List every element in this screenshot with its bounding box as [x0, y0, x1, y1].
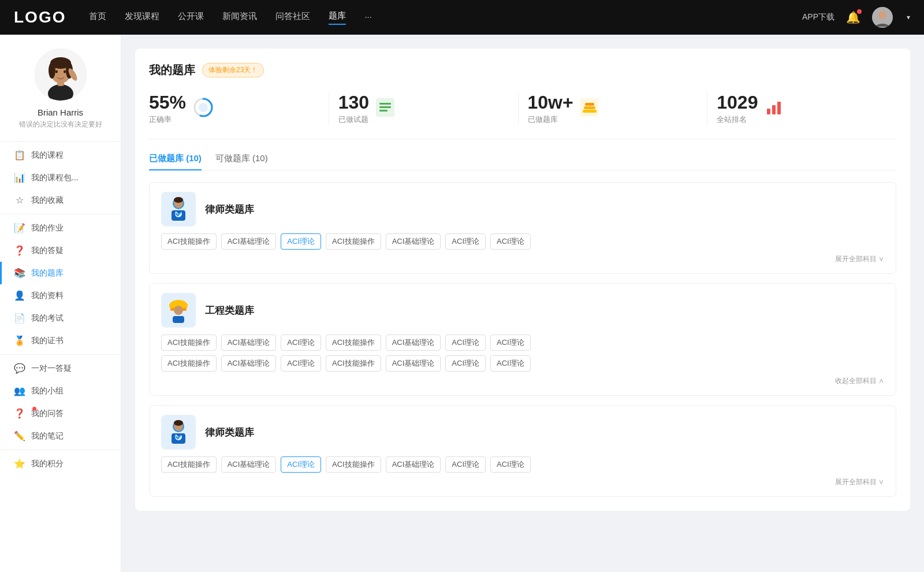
tag-3-3[interactable]: ACI技能操作	[326, 456, 381, 473]
stat-rank: 1029 全站排名	[707, 92, 896, 125]
expand-link-1[interactable]: 展开全部科目 ∨	[161, 254, 884, 264]
tag-2-4[interactable]: ACI基础理论	[386, 335, 441, 351]
stat-rank-text: 1029 全站排名	[717, 92, 758, 125]
tag-3-4[interactable]: ACI基础理论	[386, 456, 441, 473]
nav-more[interactable]: ···	[364, 12, 372, 24]
tag-2-5[interactable]: ACI理论	[445, 335, 486, 351]
certificates-label: 我的证书	[31, 336, 64, 346]
bank-title-3: 律师类题库	[205, 426, 254, 439]
svg-point-1	[878, 11, 886, 19]
nav-discover[interactable]: 发现课程	[125, 11, 159, 24]
tag-2-10[interactable]: ACI技能操作	[326, 355, 381, 372]
tag-3-0[interactable]: ACI技能操作	[161, 456, 217, 473]
sidebar-item-coursebundle[interactable]: 📊 我的课程包...	[0, 166, 121, 189]
notification-bell[interactable]: 🔔	[846, 10, 860, 24]
svg-point-10	[64, 70, 66, 73]
sidebar-item-points[interactable]: ⭐ 我的积分	[0, 452, 121, 475]
expand-link-3[interactable]: 展开全部科目 ∨	[161, 477, 884, 487]
divider-3	[0, 354, 121, 355]
svg-rect-17	[379, 106, 391, 108]
sidebar-item-questions[interactable]: ❓ 我的答疑	[0, 239, 121, 262]
chevron-down-icon[interactable]: ▾	[907, 13, 910, 21]
tag-2-6[interactable]: ACI理论	[490, 335, 531, 351]
tag-1-6[interactable]: ACI理论	[490, 233, 531, 250]
logo[interactable]: LOGO	[14, 8, 66, 27]
tab-available-banks[interactable]: 可做题库 (10)	[215, 153, 268, 170]
app-download-button[interactable]: APP下载	[802, 12, 834, 23]
tag-3-5[interactable]: ACI理论	[445, 456, 486, 473]
sidebar-motto: 错误的决定比没有决定要好	[12, 120, 109, 129]
tag-1-5[interactable]: ACI理论	[445, 233, 486, 250]
tutoring-icon: 💬	[14, 363, 25, 374]
sidebar-item-certificates[interactable]: 🏅 我的证书	[0, 329, 121, 352]
tags-row-3: ACI技能操作 ACI基础理论 ACI理论 ACI技能操作 ACI基础理论 AC…	[161, 456, 884, 473]
tutoring-label: 一对一答疑	[31, 363, 72, 374]
nav-home[interactable]: 首页	[89, 11, 106, 24]
tag-2-3[interactable]: ACI技能操作	[326, 335, 381, 351]
stat-rank-value: 1029	[717, 92, 758, 113]
stat-banks-text: 10w+ 已做题库	[528, 92, 573, 125]
tag-1-2[interactable]: ACI理论	[281, 233, 321, 250]
nav-question-bank[interactable]: 题库	[329, 10, 346, 25]
certificates-icon: 🏅	[14, 335, 25, 346]
tag-2-8[interactable]: ACI基础理论	[221, 355, 277, 372]
notification-dot	[857, 9, 862, 14]
sidebar-item-groups[interactable]: 👥 我的小组	[0, 380, 121, 402]
tag-2-12[interactable]: ACI理论	[445, 355, 486, 372]
stat-questions-label: 已做试题	[338, 114, 369, 125]
sidebar-item-myqa[interactable]: ❓ 我的问答	[0, 402, 121, 425]
svg-rect-18	[379, 110, 388, 112]
avatar-illustration	[35, 49, 87, 101]
groups-label: 我的小组	[31, 386, 64, 396]
sidebar-item-favorites[interactable]: ☆ 我的收藏	[0, 189, 121, 211]
tag-1-0[interactable]: ACI技能操作	[161, 233, 217, 250]
nav-news[interactable]: 新闻资讯	[222, 11, 257, 24]
stack-icon	[580, 98, 599, 119]
svg-point-39	[174, 420, 183, 426]
bank-item-header-2: 工程类题库	[161, 293, 884, 328]
sidebar-item-exams[interactable]: 📄 我的考试	[0, 307, 121, 329]
tag-3-2[interactable]: ACI理论	[281, 456, 321, 473]
tag-2-9[interactable]: ACI理论	[281, 355, 321, 372]
tag-2-11[interactable]: ACI基础理论	[386, 355, 441, 372]
tag-3-1[interactable]: ACI基础理论	[221, 456, 277, 473]
tag-3-6[interactable]: ACI理论	[490, 456, 531, 473]
engineer-icon	[167, 298, 190, 323]
nav-qa[interactable]: 问答社区	[275, 11, 310, 24]
tag-2-1[interactable]: ACI基础理论	[221, 335, 277, 351]
tag-1-4[interactable]: ACI基础理论	[386, 233, 441, 250]
tab-done-banks[interactable]: 已做题库 (10)	[149, 153, 202, 170]
bank-item-lawyer-2: 律师类题库 ACI技能操作 ACI基础理论 ACI理论 ACI技能操作 ACI基…	[149, 405, 896, 497]
sidebar-item-profile[interactable]: 👤 我的资料	[0, 284, 121, 307]
sidebar-item-mycourse[interactable]: 📋 我的课程	[0, 144, 121, 166]
nav-opencourse[interactable]: 公开课	[178, 11, 204, 24]
main-card: 我的题库 体验剩余23天！ 55% 正确率	[135, 49, 910, 511]
svg-point-33	[174, 306, 183, 315]
tag-1-1[interactable]: ACI基础理论	[221, 233, 277, 250]
sidebar-item-tutoring[interactable]: 💬 一对一答疑	[0, 357, 121, 380]
tag-2-7[interactable]: ACI技能操作	[161, 355, 217, 372]
collapse-link-2[interactable]: 收起全部科目 ∧	[161, 376, 884, 386]
page-title: 我的题库	[149, 62, 195, 78]
coursebundle-icon: 📊	[14, 172, 25, 183]
points-icon: ⭐	[14, 458, 25, 469]
tag-2-13[interactable]: ACI理论	[490, 355, 531, 372]
svg-rect-21	[584, 106, 595, 109]
tags-row-2b: ACI技能操作 ACI基础理论 ACI理论 ACI技能操作 ACI基础理论 AC…	[161, 355, 884, 372]
sidebar-item-notes[interactable]: ✏️ 我的笔记	[0, 425, 121, 447]
stat-accuracy-icon	[193, 97, 214, 120]
svg-point-9	[55, 70, 58, 73]
tag-2-0[interactable]: ACI技能操作	[161, 335, 217, 351]
sidebar-item-homework[interactable]: 📝 我的作业	[0, 217, 121, 239]
tab-bar: 已做题库 (10) 可做题库 (10)	[149, 153, 896, 170]
sidebar-item-questionbank[interactable]: 📚 我的题库	[0, 262, 121, 284]
points-label: 我的积分	[31, 459, 64, 469]
tag-1-3[interactable]: ACI技能操作	[326, 233, 381, 250]
avatar[interactable]	[872, 7, 893, 28]
bar-chart-icon	[765, 98, 783, 119]
questionbank-icon: 📚	[14, 268, 25, 278]
stat-banks-value: 10w+	[528, 92, 573, 113]
stat-accuracy-label: 正确率	[149, 114, 186, 125]
engineer-icon-wrap	[161, 293, 196, 328]
tag-2-2[interactable]: ACI理论	[281, 335, 321, 351]
